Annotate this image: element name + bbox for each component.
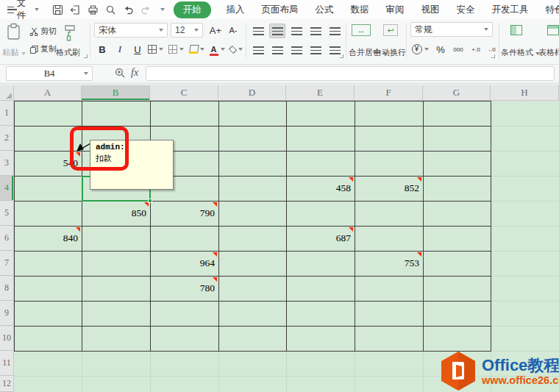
row-header-11[interactable]: 11 xyxy=(0,351,14,376)
cell-F4[interactable]: 852 xyxy=(355,176,419,201)
cell-A3[interactable]: 540 xyxy=(14,151,78,176)
grow-font-button[interactable]: A+ xyxy=(207,23,224,38)
tab-数据[interactable]: 数据 xyxy=(349,2,371,18)
zoom-magnifier-icon[interactable] xyxy=(115,68,126,82)
column-header-C[interactable]: C xyxy=(150,85,218,101)
conditional-format-icon[interactable] xyxy=(510,25,522,37)
decrease-indent-button[interactable] xyxy=(307,24,324,38)
align-center-button[interactable] xyxy=(269,43,285,57)
redo-button[interactable] xyxy=(140,4,152,15)
wrap-text-button[interactable]: 自动换行 xyxy=(374,47,406,58)
tab-插入[interactable]: 插入 xyxy=(225,2,246,18)
font-name-select[interactable]: 宋体 xyxy=(94,23,168,38)
column-header-H[interactable]: H xyxy=(491,85,559,101)
save-button[interactable] xyxy=(52,4,63,15)
column-header-D[interactable]: D xyxy=(218,85,286,101)
row-header-3[interactable]: 3 xyxy=(0,151,14,176)
dialog-launcher-icon[interactable] xyxy=(340,54,343,58)
column-header-B[interactable]: B xyxy=(82,85,150,101)
tab-视图[interactable]: 视图 xyxy=(420,2,441,18)
row-header-6[interactable]: 6 xyxy=(0,226,14,251)
align-right-button[interactable] xyxy=(288,43,305,57)
currency-format-button[interactable]: ¥ xyxy=(410,42,430,57)
format-painter-button[interactable]: 格式刷 xyxy=(56,47,80,58)
print-button[interactable] xyxy=(88,4,99,15)
row-header-12[interactable]: 12 xyxy=(0,376,14,392)
align-left-button[interactable] xyxy=(250,43,266,57)
column-header-E[interactable]: E xyxy=(286,85,355,101)
align-top-button[interactable] xyxy=(250,24,266,38)
row-header-7[interactable]: 7 xyxy=(0,251,14,276)
cell-shading-button[interactable] xyxy=(168,42,184,57)
comment-indicator-icon xyxy=(417,252,421,257)
column-header-G[interactable]: G xyxy=(423,85,491,101)
column-header-A[interactable]: A xyxy=(14,85,82,101)
name-box[interactable]: B4 xyxy=(6,66,93,81)
paste-icon[interactable] xyxy=(6,23,21,42)
tab-审阅[interactable]: 审阅 xyxy=(385,2,406,18)
cell-E6[interactable]: 687 xyxy=(286,226,351,251)
row-header-2[interactable]: 2 xyxy=(0,126,14,151)
chevron-down-icon xyxy=(484,28,488,31)
justify-button[interactable] xyxy=(307,43,324,57)
cell-B5[interactable]: 850 xyxy=(82,201,146,226)
merge-center-icon[interactable] xyxy=(352,24,371,36)
increase-indent-button[interactable] xyxy=(327,24,343,38)
row-header-1[interactable]: 1 xyxy=(0,101,14,126)
borders-button[interactable] xyxy=(147,42,163,57)
print-preview-button[interactable] xyxy=(105,4,116,15)
row-header-5[interactable]: 5 xyxy=(0,201,14,226)
row-header-8[interactable]: 8 xyxy=(0,276,14,301)
table-style-icon[interactable] xyxy=(547,25,559,37)
select-all-corner[interactable] xyxy=(0,85,14,101)
export-button[interactable] xyxy=(70,4,81,15)
cell-C5[interactable]: 790 xyxy=(150,201,215,226)
dialog-launcher-icon[interactable] xyxy=(491,54,495,58)
cell-A6[interactable]: 840 xyxy=(14,226,78,251)
more-commands-icon[interactable] xyxy=(160,8,165,11)
tab-页面布局[interactable]: 页面布局 xyxy=(260,2,300,18)
cell-C7[interactable]: 964 xyxy=(150,251,215,276)
cell-E4[interactable]: 458 xyxy=(286,176,351,201)
undo-button[interactable] xyxy=(123,4,134,15)
column-header-F[interactable]: F xyxy=(355,85,423,101)
number-format-select[interactable]: 常规 xyxy=(410,22,493,37)
wrap-text-icon[interactable] xyxy=(383,24,398,36)
conditional-format-button[interactable]: 条件格式 xyxy=(501,47,540,58)
align-middle-icon xyxy=(272,27,283,35)
row-header-4[interactable]: 4 xyxy=(0,176,14,201)
copy-button[interactable]: 复制 xyxy=(29,43,57,54)
shrink-font-button[interactable]: A- xyxy=(225,23,241,38)
format-painter-icon[interactable] xyxy=(63,24,76,43)
comment-indicator-icon xyxy=(349,177,353,182)
cut-button[interactable]: 剪切 xyxy=(29,26,57,37)
paste-button[interactable]: 粘贴 xyxy=(1,47,26,58)
fill-color-button[interactable] xyxy=(188,42,204,57)
row-header-9[interactable]: 9 xyxy=(0,301,14,326)
thousands-separator-button[interactable]: 000 xyxy=(450,42,466,57)
tab-公式[interactable]: 公式 xyxy=(314,2,335,18)
font-color-button[interactable]: A xyxy=(209,42,225,57)
italic-button[interactable]: I xyxy=(112,42,128,57)
underline-button[interactable]: U xyxy=(129,42,146,57)
clear-format-button[interactable] xyxy=(228,42,244,57)
align-bottom-button[interactable] xyxy=(288,24,305,38)
percent-format-button[interactable]: % xyxy=(432,42,449,57)
formula-input[interactable] xyxy=(146,66,555,81)
tab-开始[interactable]: 开始 xyxy=(174,1,211,18)
bold-button[interactable]: B xyxy=(94,42,110,57)
fx-insert-function[interactable]: fx xyxy=(131,67,138,79)
align-middle-button[interactable] xyxy=(269,24,285,38)
tab-开发工具[interactable]: 开发工具 xyxy=(491,2,530,18)
font-size-select[interactable]: 12 xyxy=(171,23,203,38)
row-header-10[interactable]: 10 xyxy=(0,326,14,351)
chevron-down-icon xyxy=(84,72,88,75)
table-style-button[interactable]: 表格样式 xyxy=(538,47,559,58)
cell-F7[interactable]: 753 xyxy=(355,251,419,276)
fill-handle[interactable] xyxy=(148,199,152,203)
tab-安全[interactable]: 安全 xyxy=(455,2,477,18)
tab-特色应用[interactable]: 特色应用 xyxy=(544,2,559,18)
dialog-launcher-icon[interactable] xyxy=(84,54,88,58)
cell-C8[interactable]: 780 xyxy=(150,276,215,301)
increase-decimal-button[interactable]: +.0 xyxy=(468,42,484,57)
